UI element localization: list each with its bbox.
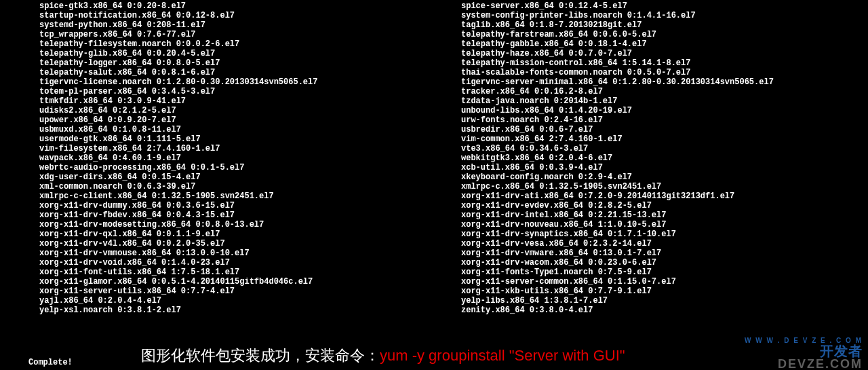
package-line: xorg-x11-font-utils.x86_64 1:7.5-18.1.el… (39, 267, 461, 277)
watermark: W W W . D E V Z E . C O M 开发者 DEVZE.COM (745, 337, 863, 370)
package-line: xdg-user-dirs.x86_64 0:0.15-4.el7 (39, 172, 461, 182)
package-line: ttmkfdir.x86_64 0:3.0.9-41.el7 (39, 96, 461, 106)
package-line: xorg-x11-drv-vesa.x86_64 0:2.3.2-14.el7 (461, 239, 774, 248)
package-line: taglib.x86_64 0:1.8-7.20130218git.el7 (461, 20, 774, 30)
package-line: xorg-x11-drv-qxl.x86_64 0:0.1.1-9.el7 (39, 229, 461, 239)
package-line: usermode-gtk.x86_64 0:1.111-5.el7 (39, 134, 461, 144)
package-line: telepathy-filesystem.noarch 0:0.0.2-6.el… (39, 39, 461, 49)
complete-message: Complete! (28, 358, 73, 367)
package-line: xorg-x11-drv-evdev.x86_64 0:2.8.2-5.el7 (461, 201, 774, 210)
package-line: system-config-printer-libs.noarch 0:1.4.… (461, 11, 774, 20)
package-line: yelp-libs.x86_64 1:3.8.1-7.el7 (461, 296, 774, 306)
watermark-top: 开发者 (745, 344, 863, 358)
package-line: xorg-x11-drv-fbdev.x86_64 0:0.4.3-15.el7 (39, 210, 461, 220)
package-line: spice-server.x86_64 0:0.12.4-5.el7 (461, 1, 774, 11)
package-line: telepathy-gabble.x86_64 0:0.18.1-4.el7 (461, 39, 774, 49)
package-line: xorg-x11-drv-intel.x86_64 0:2.21.15-13.e… (461, 210, 774, 220)
package-line: xorg-x11-drv-vmware.x86_64 0:13.0.1-7.el… (461, 248, 774, 258)
package-line: zenity.x86_64 0:3.8.0-4.el7 (461, 306, 774, 315)
package-line: telepathy-mission-control.x86_64 1:5.14.… (461, 58, 774, 68)
package-line: xorg-x11-drv-wacom.x86_64 0:0.23.0-6.el7 (461, 258, 774, 267)
package-line: xorg-x11-server-common.x86_64 0:1.15.0-7… (461, 277, 774, 286)
package-line: xcb-util.x86_64 0:0.3.9-4.el7 (461, 163, 774, 172)
package-line: xkeyboard-config.noarch 0:2.9-4.el7 (461, 172, 774, 182)
package-line: telepathy-salut.x86_64 0:0.8.1-6.el7 (39, 68, 461, 77)
package-line: webkitgtk3.x86_64 0:2.0.4-6.el7 (461, 153, 774, 163)
package-line: xorg-x11-drv-nouveau.x86_64 1:1.0.10-5.e… (461, 220, 774, 229)
package-line: urw-fonts.noarch 0:2.4-16.el7 (461, 115, 774, 125)
package-line: wavpack.x86_64 0:4.60.1-9.el7 (39, 153, 461, 163)
package-line: xorg-x11-fonts-Type1.noarch 0:7.5-9.el7 (461, 267, 774, 277)
package-line: vim-filesystem.x86_64 2:7.4.160-1.el7 (39, 144, 461, 153)
package-line: telepathy-haze.x86_64 0:0.7.0-7.el7 (461, 49, 774, 58)
package-line: unbound-libs.x86_64 0:1.4.20-19.el7 (461, 106, 774, 115)
package-line: totem-pl-parser.x86_64 0:3.4.5-3.el7 (39, 87, 461, 96)
package-column-left: spice-gtk3.x86_64 0:0.20-8.el7startup-no… (0, 1, 461, 315)
package-line: xorg-x11-drv-synaptics.x86_64 0:1.7.1-10… (461, 229, 774, 239)
package-line: tzdata-java.noarch 0:2014b-1.el7 (461, 96, 774, 106)
package-line: usbmuxd.x86_64 0:1.0.8-11.el7 (39, 125, 461, 134)
annotation-command: yum -y groupinstall "Server with GUI" (380, 347, 625, 364)
terminal-output: spice-gtk3.x86_64 0:0.20-8.el7startup-no… (0, 0, 868, 315)
package-line: telepathy-farstream.x86_64 0:0.6.0-5.el7 (461, 30, 774, 39)
package-line: xmlrpc-c.x86_64 0:1.32.5-1905.svn2451.el… (461, 182, 774, 191)
package-line: webrtc-audio-processing.x86_64 0:0.1-5.e… (39, 163, 461, 172)
package-line: yelp-xsl.noarch 0:3.8.1-2.el7 (39, 306, 461, 315)
package-line: xorg-x11-drv-modesetting.x86_64 0:0.8.0-… (39, 220, 461, 229)
package-line: xorg-x11-server-utils.x86_64 0:7.7-4.el7 (39, 286, 461, 296)
package-line: xorg-x11-drv-void.x86_64 0:1.4.0-23.el7 (39, 258, 461, 267)
package-line: tigervnc-server-minimal.x86_64 0:1.2.80-… (461, 77, 774, 87)
package-line: xorg-x11-glamor.x86_64 0:0.5.1-4.2014011… (39, 277, 461, 286)
annotation-text: 图形化软件包安装成功，安装命令：yum -y groupinstall "Ser… (141, 346, 625, 366)
package-line: xorg-x11-drv-v4l.x86_64 0:0.2.0-35.el7 (39, 239, 461, 248)
watermark-bottom: DEVZE.COM (745, 358, 863, 370)
package-line: startup-notification.x86_64 0:0.12-8.el7 (39, 11, 461, 20)
package-line: systemd-python.x86_64 0:208-11.el7 (39, 20, 461, 30)
package-line: upower.x86_64 0:0.9.20-7.el7 (39, 115, 461, 125)
annotation-label: 图形化软件包安装成功，安装命令： (141, 347, 380, 364)
package-line: yajl.x86_64 0:2.0.4-4.el7 (39, 296, 461, 306)
package-line: xorg-x11-drv-ati.x86_64 0:7.2.0-9.201401… (461, 191, 774, 201)
package-line: thai-scalable-fonts-common.noarch 0:0.5.… (461, 68, 774, 77)
package-line: spice-gtk3.x86_64 0:0.20-8.el7 (39, 1, 461, 11)
package-line: tracker.x86_64 0:0.16.2-8.el7 (461, 87, 774, 96)
package-line: tigervnc-license.noarch 0:1.2.80-0.30.20… (39, 77, 461, 87)
package-line: usbredir.x86_64 0:0.6-7.el7 (461, 125, 774, 134)
package-line: vim-common.x86_64 2:7.4.160-1.el7 (461, 134, 774, 144)
package-line: xorg-x11-xkb-utils.x86_64 0:7.7-9.1.el7 (461, 286, 774, 296)
package-line: xmlrpc-c-client.x86_64 0:1.32.5-1905.svn… (39, 191, 461, 201)
package-line: xorg-x11-drv-vmmouse.x86_64 0:13.0.0-10.… (39, 248, 461, 258)
package-line: tcp_wrappers.x86_64 0:7.6-77.el7 (39, 30, 461, 39)
package-column-right: spice-server.x86_64 0:0.12.4-5.el7system… (461, 1, 774, 315)
package-line: telepathy-glib.x86_64 0:0.20.4-5.el7 (39, 49, 461, 58)
package-line: telepathy-logger.x86_64 0:0.8.0-5.el7 (39, 58, 461, 68)
package-line: udisks2.x86_64 0:2.1.2-5.el7 (39, 106, 461, 115)
package-line: xorg-x11-drv-dummy.x86_64 0:0.3.6-15.el7 (39, 201, 461, 210)
package-line: xml-common.noarch 0:0.6.3-39.el7 (39, 182, 461, 191)
package-line: vte3.x86_64 0:0.34.6-3.el7 (461, 144, 774, 153)
